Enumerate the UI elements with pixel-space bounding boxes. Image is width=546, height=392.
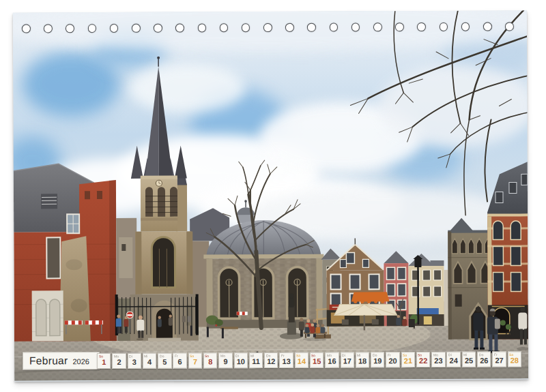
weekday-abbreviation: Fr (494, 352, 498, 357)
weekday-abbreviation: Di (129, 354, 132, 358)
binding-hole (285, 23, 294, 32)
weekday-abbreviation: Sa (403, 353, 407, 357)
calendar-day-cell: Di 10 (234, 352, 248, 368)
weekday-abbreviation: So (99, 355, 103, 359)
day-number: 27 (493, 356, 505, 364)
day-number: 7 (189, 357, 201, 365)
calendar-day-cell: Mo 2 (112, 353, 126, 369)
weekday-abbreviation: So (205, 354, 209, 358)
month-year: 2026 (72, 357, 89, 365)
cream-umbrella (334, 304, 397, 315)
day-number: 25 (463, 356, 475, 364)
day-number: 16 (326, 357, 338, 365)
calendar-day-cell: Di 24 (446, 352, 460, 367)
day-number: 9 (219, 357, 231, 365)
calendar-day-cell: Do 5 (158, 353, 171, 369)
binding-hole (263, 23, 272, 32)
day-number: 13 (280, 357, 292, 365)
left-brick-building (14, 164, 117, 342)
binding-hole (439, 22, 448, 31)
calendar-day-cell: Do 26 (477, 352, 491, 367)
photo-aachen-cathedral-square (13, 10, 528, 380)
weekday-abbreviation: Do (479, 352, 483, 357)
calendar-day-cell: Fr 20 (386, 352, 399, 367)
day-number: 18 (356, 357, 369, 365)
binding-hole (154, 24, 162, 33)
month-name: Februar (29, 352, 68, 368)
calendar-day-cell: Do 12 (264, 352, 278, 368)
weekday-abbreviation: Fr (281, 353, 285, 357)
calendar-day-cell: Mo 23 (431, 352, 445, 367)
calendar-day-cell: Di 3 (128, 353, 141, 369)
weekday-abbreviation: Di (235, 354, 239, 358)
day-number: 2 (113, 357, 125, 365)
day-number: 8 (204, 357, 216, 365)
weekday-abbreviation: Mi (144, 354, 147, 358)
calendar-day-cell: Mo 9 (218, 352, 232, 368)
calendar-day-cell: So 22 (416, 352, 430, 367)
day-number: 28 (508, 356, 521, 364)
calendar-day-cell: So 15 (310, 352, 324, 368)
calendar-day-cell: Mi 25 (462, 352, 476, 367)
weekday-abbreviation: Mi (357, 353, 360, 357)
calendar-day-cell: Sa 21 (401, 352, 415, 367)
binding-hole (87, 24, 96, 33)
calendar-day-cell: Do 19 (371, 352, 384, 367)
day-number: 26 (478, 356, 490, 364)
day-number: 4 (143, 357, 156, 365)
binding-hole (351, 22, 360, 31)
day-number: 14 (296, 357, 308, 365)
weekday-abbreviation: Do (266, 354, 270, 358)
calendar-day-cell: Fr 13 (279, 352, 293, 368)
binding-hole (242, 23, 250, 32)
calendar-page: Februar 2026 So 1 Mo 2 Di 3 Mi 4 (13, 10, 528, 381)
calendar-day-cell: Mi 18 (356, 352, 369, 367)
day-number: 22 (417, 356, 429, 364)
day-number: 12 (265, 357, 277, 365)
calendar-day-cell: Fr 27 (492, 351, 506, 367)
day-number: 19 (371, 357, 384, 365)
day-number: 1 (98, 358, 110, 366)
day-number: 17 (341, 357, 354, 365)
weekday-abbreviation: Mo (327, 353, 332, 357)
weekday-abbreviation: Sa (296, 353, 300, 357)
day-number: 15 (311, 357, 323, 365)
weekday-abbreviation: Do (160, 354, 164, 358)
weekday-abbreviation: So (418, 353, 422, 357)
day-number: 20 (386, 357, 399, 365)
binding-hole (483, 22, 492, 31)
binding-hole (66, 24, 74, 33)
weekday-abbreviation: Mo (114, 354, 119, 358)
weekday-abbreviation: Di (448, 352, 452, 357)
weekday-abbreviation: Do (373, 353, 377, 357)
calendar-day-cell: Di 17 (341, 352, 354, 367)
weekday-abbreviation: Fr (388, 353, 391, 357)
street-lamp (414, 259, 421, 267)
day-number: 6 (173, 357, 186, 365)
weekday-abbreviation: Sa (509, 352, 513, 357)
binding-hole (132, 24, 141, 33)
day-strip: So 1 Mo 2 Di 3 Mi 4 Do 5 (97, 351, 521, 369)
weekday-abbreviation: So (311, 353, 315, 357)
calendar-day-cell: Fr 6 (173, 353, 186, 369)
day-number: 10 (235, 357, 247, 365)
binding-hole (461, 22, 470, 31)
binding-hole (330, 23, 339, 32)
calendar-day-cell: Mo 16 (325, 352, 339, 368)
calendar-day-cell: So 8 (203, 352, 217, 368)
binding-hole (373, 22, 382, 31)
gothic-stone-hall (448, 218, 491, 340)
day-number: 11 (250, 357, 262, 365)
day-number: 3 (128, 357, 141, 365)
calendar-day-cell: Sa 14 (295, 352, 308, 368)
binding-hole (220, 23, 229, 32)
weekday-abbreviation: Di (342, 353, 345, 357)
weekday-abbreviation: Mi (463, 352, 467, 357)
weekday-abbreviation: Sa (190, 354, 194, 358)
calendar-day-cell: Mi 11 (249, 352, 263, 368)
weekday-abbreviation: Fr (175, 354, 178, 358)
calendar-day-cell: Sa 28 (508, 351, 521, 367)
day-number: 21 (402, 357, 414, 365)
weekday-abbreviation: Mi (250, 354, 254, 358)
day-number: 24 (447, 356, 459, 364)
